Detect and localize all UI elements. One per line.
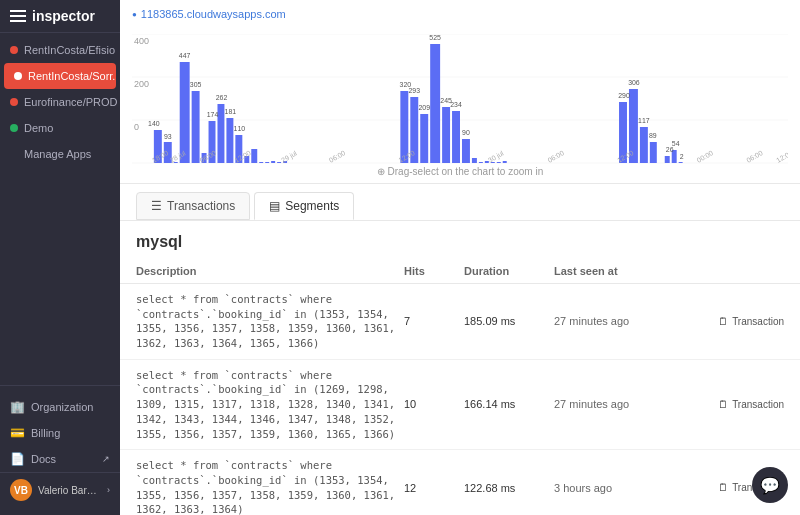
table-section: mysql Description Hits Duration Last see… — [120, 221, 800, 515]
row-duration: 122.68 ms — [464, 482, 554, 494]
row-duration: 185.09 ms — [464, 315, 554, 327]
sidebar-item-eurofinance-prod[interactable]: Eurofinance/PROD — [0, 89, 120, 115]
svg-text:293: 293 — [408, 87, 420, 94]
svg-rect-30 — [462, 139, 470, 163]
svg-text:209: 209 — [418, 104, 430, 111]
svg-text:2: 2 — [680, 153, 684, 160]
sidebar-item-label: Eurofinance/PROD — [24, 96, 118, 108]
svg-rect-32 — [479, 162, 483, 163]
table-row[interactable]: select * from `contracts` where `contrac… — [120, 284, 800, 360]
hamburger-icon[interactable] — [10, 10, 26, 22]
svg-text:447: 447 — [179, 52, 191, 59]
svg-text:262: 262 — [216, 94, 228, 101]
svg-rect-10 — [180, 62, 190, 163]
table-row[interactable]: select * from `contracts` where `contrac… — [120, 450, 800, 515]
transaction-badge: 🗒 Transaction — [674, 316, 784, 327]
svg-rect-43 — [679, 162, 683, 163]
svg-text:140: 140 — [148, 120, 160, 127]
avatar: VB — [10, 479, 32, 501]
sidebar-header: inspector — [0, 0, 120, 33]
svg-text:06:00: 06:00 — [328, 149, 347, 164]
tabs-bar: ☰ Transactions ▤ Segments — [120, 184, 800, 221]
svg-rect-18 — [251, 149, 257, 163]
svg-text:174: 174 — [207, 111, 219, 118]
row-hits: 7 — [404, 315, 464, 327]
sidebar-user[interactable]: VB Valerio Barbera › — [0, 472, 120, 507]
tab-transactions[interactable]: ☰ Transactions — [136, 192, 250, 220]
svg-text:26: 26 — [666, 146, 674, 153]
sidebar-item-label: Billing — [31, 427, 60, 439]
row-hits: 12 — [404, 482, 464, 494]
sidebar-item-label: Organization — [31, 401, 93, 413]
chevron-right-icon: › — [107, 485, 110, 495]
svg-text:06:00: 06:00 — [745, 149, 764, 164]
badge-label: Transaction — [732, 399, 784, 410]
sidebar-item-manage-apps[interactable]: Manage Apps — [0, 141, 120, 167]
svg-rect-14 — [217, 104, 224, 163]
svg-rect-21 — [271, 161, 275, 163]
bar-chart[interactable]: 400 200 0 — [132, 34, 788, 164]
svg-rect-36 — [503, 161, 507, 163]
sidebar-bottom: 🏢 Organization 💳 Billing 📄 Docs ↗ VB Val… — [0, 385, 120, 515]
svg-text:290: 290 — [618, 92, 630, 99]
tab-segments[interactable]: ▤ Segments — [254, 192, 354, 220]
sidebar-item-label: Docs — [31, 453, 56, 465]
tab-label: Segments — [285, 199, 339, 213]
main-content: 1183865.cloudwaysapps.com 400 200 0 — [120, 0, 800, 515]
sidebar-item-billing[interactable]: 💳 Billing — [0, 420, 120, 446]
row-lastseen: 27 minutes ago — [554, 398, 674, 410]
list-icon: ☰ — [151, 199, 162, 213]
sidebar-item-rentincosta-efisio[interactable]: RentInCosta/Efisio — [0, 37, 120, 63]
sidebar-item-rentincosta-sorr[interactable]: RentInCosta/Sorr... — [4, 63, 116, 89]
svg-text:400: 400 — [134, 36, 149, 46]
status-dot — [10, 98, 18, 106]
svg-rect-29 — [452, 111, 460, 163]
svg-rect-22 — [277, 162, 281, 163]
sidebar: inspector RentInCosta/Efisio RentInCosta… — [0, 0, 120, 515]
chat-fab-button[interactable]: 💬 — [752, 467, 788, 503]
svg-text:89: 89 — [649, 132, 657, 139]
sidebar-item-label: RentInCosta/Efisio — [24, 44, 115, 56]
row-lastseen: 3 hours ago — [554, 482, 674, 494]
sidebar-item-demo[interactable]: Demo — [0, 115, 120, 141]
transaction-badge: 🗒 Transaction — [674, 399, 784, 410]
layers-icon: ▤ — [269, 199, 280, 213]
svg-text:93: 93 — [164, 133, 172, 140]
tab-label: Transactions — [167, 199, 235, 213]
table-row[interactable]: select * from `contracts` where `contrac… — [120, 360, 800, 450]
svg-rect-41 — [665, 156, 670, 163]
row-description: select * from `contracts` where `contrac… — [136, 368, 404, 441]
svg-text:0: 0 — [134, 122, 139, 132]
sidebar-item-label: Demo — [24, 122, 53, 134]
col-hits: Hits — [404, 265, 464, 277]
sidebar-item-organization[interactable]: 🏢 Organization — [0, 394, 120, 420]
svg-text:06:00: 06:00 — [546, 149, 565, 164]
svg-text:200: 200 — [134, 79, 149, 89]
sidebar-item-docs[interactable]: 📄 Docs ↗ — [0, 446, 120, 472]
section-title: mysql — [120, 221, 800, 259]
col-description: Description — [136, 265, 404, 277]
chart-area: 1183865.cloudwaysapps.com 400 200 0 — [120, 0, 800, 184]
chart-drag-note: ⊕ Drag-select on the chart to zoom in — [132, 164, 788, 179]
badge-label: Transaction — [732, 316, 784, 327]
book-icon: 📄 — [10, 452, 25, 466]
svg-text:525: 525 — [429, 34, 441, 41]
row-description: select * from `contracts` where `contrac… — [136, 458, 404, 515]
row-lastseen: 27 minutes ago — [554, 315, 674, 327]
svg-text:00:00: 00:00 — [696, 149, 715, 164]
spacer — [10, 150, 18, 158]
sidebar-nav: RentInCosta/Efisio RentInCosta/Sorr... E… — [0, 33, 120, 385]
chart-url: 1183865.cloudwaysapps.com — [132, 8, 788, 20]
external-link-icon: ↗ — [102, 454, 110, 464]
svg-text:54: 54 — [672, 140, 680, 147]
transaction-icon: 🗒 — [718, 316, 728, 327]
svg-rect-31 — [472, 158, 477, 163]
app-title: inspector — [32, 8, 95, 24]
svg-rect-39 — [640, 127, 648, 163]
building-icon: 🏢 — [10, 400, 25, 414]
svg-text:305: 305 — [190, 81, 202, 88]
svg-rect-28 — [442, 107, 450, 163]
credit-card-icon: 💳 — [10, 426, 25, 440]
sidebar-item-label: RentInCosta/Sorr... — [28, 70, 116, 82]
status-dot — [10, 46, 18, 54]
